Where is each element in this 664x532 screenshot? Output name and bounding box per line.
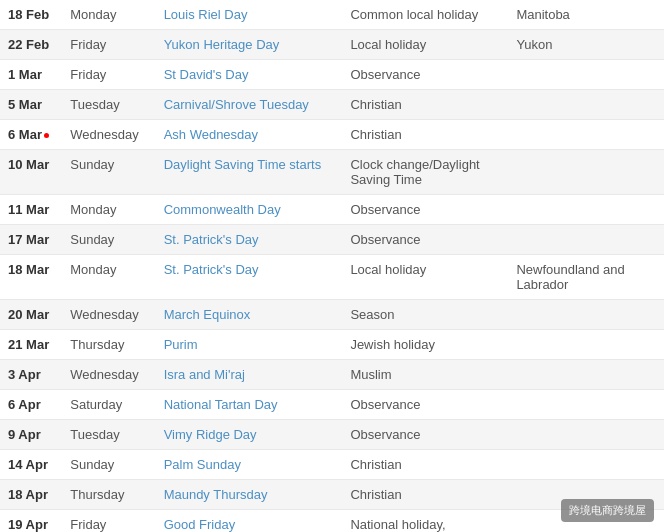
day-cell: Thursday (62, 480, 155, 510)
table-row: 20 MarWednesdayMarch EquinoxSeason (0, 300, 664, 330)
holiday-name-cell[interactable]: Daylight Saving Time starts (156, 150, 343, 195)
date-cell: 18 Feb (0, 0, 62, 30)
date-cell: 17 Mar (0, 225, 62, 255)
holiday-name-cell[interactable]: Purim (156, 330, 343, 360)
holiday-name-cell[interactable]: Palm Sunday (156, 450, 343, 480)
holiday-name-cell[interactable]: Maundy Thursday (156, 480, 343, 510)
holiday-name-link[interactable]: Isra and Mi'raj (164, 367, 245, 382)
holiday-name-link[interactable]: Purim (164, 337, 198, 352)
holiday-type-cell: Local holiday (342, 255, 508, 300)
holiday-name-cell[interactable]: Louis Riel Day (156, 0, 343, 30)
holiday-name-link[interactable]: Daylight Saving Time starts (164, 157, 322, 172)
holiday-name-link[interactable]: Commonwealth Day (164, 202, 281, 217)
holiday-name-link[interactable]: Good Friday (164, 517, 236, 532)
holiday-name-link[interactable]: Palm Sunday (164, 457, 241, 472)
holiday-region-cell (508, 120, 664, 150)
holiday-region-cell (508, 60, 664, 90)
holiday-type-cell: Common local holiday (342, 0, 508, 30)
table-row: 5 MarTuesdayCarnival/Shrove TuesdayChris… (0, 90, 664, 120)
holiday-region-cell (508, 390, 664, 420)
holiday-name-cell[interactable]: Isra and Mi'raj (156, 360, 343, 390)
table-row: 18 MarMondaySt. Patrick's DayLocal holid… (0, 255, 664, 300)
table-row: 11 MarMondayCommonwealth DayObservance (0, 195, 664, 225)
holiday-type-cell: Christian (342, 450, 508, 480)
table-row: 21 MarThursdayPurimJewish holiday (0, 330, 664, 360)
date-cell: 5 Mar (0, 90, 62, 120)
holiday-region-cell (508, 300, 664, 330)
holiday-name-cell[interactable]: St. Patrick's Day (156, 225, 343, 255)
holiday-name-link[interactable]: Carnival/Shrove Tuesday (164, 97, 309, 112)
day-cell: Wednesday (62, 120, 155, 150)
date-cell: 6 Mar (0, 120, 62, 150)
holiday-region-cell (508, 90, 664, 120)
day-cell: Friday (62, 510, 155, 533)
holiday-name-link[interactable]: National Tartan Day (164, 397, 278, 412)
date-cell: 9 Apr (0, 420, 62, 450)
day-cell: Tuesday (62, 90, 155, 120)
holiday-name-cell[interactable]: St David's Day (156, 60, 343, 90)
holiday-type-cell: Observance (342, 420, 508, 450)
holiday-type-cell: Observance (342, 195, 508, 225)
holiday-region-cell (508, 360, 664, 390)
date-cell: 19 Apr (0, 510, 62, 533)
holiday-name-link[interactable]: Vimy Ridge Day (164, 427, 257, 442)
holiday-type-cell: Christian (342, 480, 508, 510)
holiday-type-cell: Observance (342, 390, 508, 420)
holiday-name-cell[interactable]: National Tartan Day (156, 390, 343, 420)
holiday-type-cell: Local holiday (342, 30, 508, 60)
date-cell: 18 Mar (0, 255, 62, 300)
date-cell: 18 Apr (0, 480, 62, 510)
date-cell: 14 Apr (0, 450, 62, 480)
holiday-name-link[interactable]: March Equinox (164, 307, 251, 322)
holidays-table: 18 FebMondayLouis Riel DayCommon local h… (0, 0, 664, 532)
holiday-region-cell (508, 450, 664, 480)
table-row: 3 AprWednesdayIsra and Mi'rajMuslim (0, 360, 664, 390)
holiday-type-cell: Observance (342, 225, 508, 255)
day-cell: Sunday (62, 225, 155, 255)
holiday-name-cell[interactable]: Commonwealth Day (156, 195, 343, 225)
table-row: 18 FebMondayLouis Riel DayCommon local h… (0, 0, 664, 30)
holiday-region-cell: Yukon (508, 30, 664, 60)
holiday-name-link[interactable]: Maundy Thursday (164, 487, 268, 502)
table-row: 17 MarSundaySt. Patrick's DayObservance (0, 225, 664, 255)
holiday-name-cell[interactable]: Yukon Heritage Day (156, 30, 343, 60)
date-cell: 10 Mar (0, 150, 62, 195)
holiday-region-cell (508, 195, 664, 225)
day-cell: Sunday (62, 450, 155, 480)
holiday-name-link[interactable]: St. Patrick's Day (164, 262, 259, 277)
day-cell: Tuesday (62, 420, 155, 450)
day-cell: Wednesday (62, 360, 155, 390)
holiday-type-cell: National holiday, Christian (342, 510, 508, 533)
holiday-name-cell[interactable]: Good Friday (156, 510, 343, 533)
table-row: 10 MarSundayDaylight Saving Time startsC… (0, 150, 664, 195)
day-cell: Wednesday (62, 300, 155, 330)
date-cell: 11 Mar (0, 195, 62, 225)
holiday-type-cell: Season (342, 300, 508, 330)
day-cell: Friday (62, 60, 155, 90)
holiday-name-link[interactable]: Louis Riel Day (164, 7, 248, 22)
holiday-name-cell[interactable]: Vimy Ridge Day (156, 420, 343, 450)
table-row: 6 AprSaturdayNational Tartan DayObservan… (0, 390, 664, 420)
holiday-type-cell: Observance (342, 60, 508, 90)
holiday-region-cell (508, 420, 664, 450)
holiday-name-cell[interactable]: Carnival/Shrove Tuesday (156, 90, 343, 120)
holiday-name-link[interactable]: St David's Day (164, 67, 249, 82)
date-cell: 20 Mar (0, 300, 62, 330)
holiday-name-cell[interactable]: March Equinox (156, 300, 343, 330)
holiday-region-cell (508, 150, 664, 195)
holiday-name-cell[interactable]: St. Patrick's Day (156, 255, 343, 300)
table-row: 9 AprTuesdayVimy Ridge DayObservance (0, 420, 664, 450)
holiday-type-cell: Jewish holiday (342, 330, 508, 360)
date-cell: 1 Mar (0, 60, 62, 90)
date-cell: 21 Mar (0, 330, 62, 360)
holiday-type-cell: Clock change/Daylight Saving Time (342, 150, 508, 195)
holiday-name-link[interactable]: Ash Wednesday (164, 127, 258, 142)
holiday-region-cell: Manitoba (508, 0, 664, 30)
holiday-name-cell[interactable]: Ash Wednesday (156, 120, 343, 150)
day-cell: Monday (62, 195, 155, 225)
table-row: 6 MarWednesdayAsh WednesdayChristian (0, 120, 664, 150)
holiday-region-cell (508, 225, 664, 255)
holiday-name-link[interactable]: Yukon Heritage Day (164, 37, 280, 52)
holiday-type-cell: Muslim (342, 360, 508, 390)
holiday-name-link[interactable]: St. Patrick's Day (164, 232, 259, 247)
